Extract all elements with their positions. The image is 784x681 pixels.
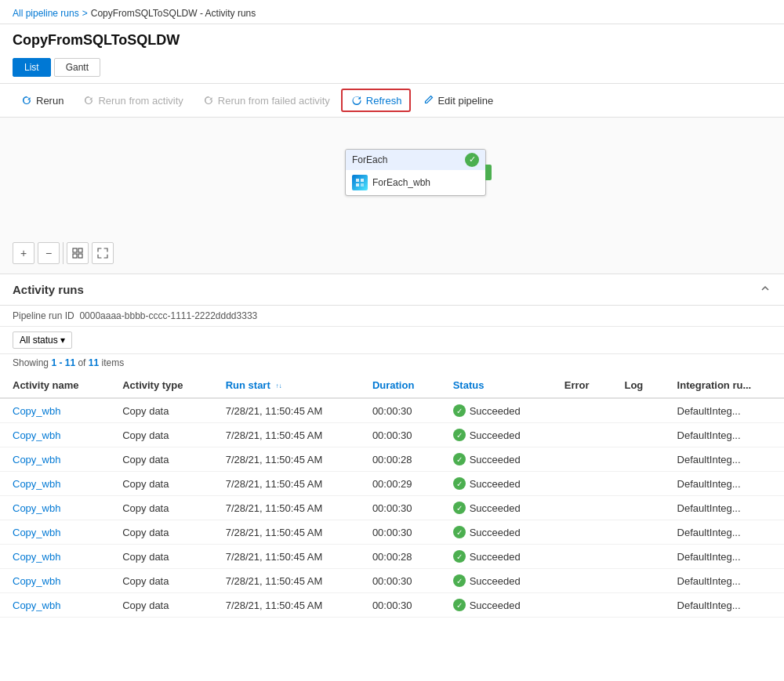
- col-activity-name: Activity name: [0, 373, 110, 398]
- controls-divider: [63, 242, 64, 264]
- table-row: Copy_wbh Copy data 7/28/21, 11:50:45 AM …: [0, 496, 784, 520]
- diagram-area: ForEach ✓ ForEach_wbh + −: [0, 118, 784, 274]
- cell-duration: 00:00:30: [360, 398, 441, 423]
- activity-runs-header: Activity runs: [0, 274, 784, 306]
- cell-duration: 00:00:28: [360, 447, 441, 472]
- rerun-from-failed-label: Rerun from failed activity: [218, 95, 330, 107]
- breadcrumb-parent[interactable]: All pipeline runs: [13, 8, 79, 19]
- cell-status: ✓ Succeeded: [441, 423, 552, 447]
- cell-integration-runtime: DefaultInteg...: [665, 447, 784, 472]
- zoom-in-button[interactable]: +: [13, 242, 34, 264]
- rerun-from-activity-label: Rerun from activity: [98, 95, 183, 107]
- status-label: Succeeded: [470, 502, 521, 514]
- cell-status: ✓ Succeeded: [441, 545, 552, 569]
- svg-rect-2: [356, 183, 359, 187]
- expand-button[interactable]: [92, 242, 114, 264]
- cell-run-start: 7/28/21, 11:50:45 AM: [213, 423, 360, 447]
- svg-rect-7: [78, 254, 82, 258]
- fit-view-button[interactable]: [67, 242, 89, 264]
- status-label: Succeeded: [470, 527, 521, 538]
- cell-error: [552, 569, 612, 593]
- cell-activity-name: Copy_wbh: [0, 472, 110, 496]
- svg-rect-1: [361, 179, 364, 182]
- cell-activity-name: Copy_wbh: [0, 496, 110, 520]
- cell-activity-type: Copy data: [110, 423, 213, 447]
- rerun-button[interactable]: Rerun: [13, 90, 71, 110]
- cell-log: [612, 472, 664, 496]
- rerun-from-activity-button[interactable]: Rerun from activity: [74, 90, 191, 110]
- cell-integration-runtime: DefaultInteg...: [665, 569, 784, 593]
- gantt-toggle-button[interactable]: Gantt: [54, 58, 100, 77]
- rerun-activity-icon: [82, 94, 95, 107]
- refresh-button[interactable]: Refresh: [341, 89, 412, 112]
- node-success-badge: ✓: [465, 153, 479, 167]
- breadcrumb: All pipeline runs > CopyFromSQLToSQLDW -…: [0, 0, 784, 24]
- collapse-button[interactable]: [759, 282, 771, 297]
- table-row: Copy_wbh Copy data 7/28/21, 11:50:45 AM …: [0, 593, 784, 618]
- cell-log: [612, 423, 664, 447]
- table-row: Copy_wbh Copy data 7/28/21, 11:50:45 AM …: [0, 398, 784, 423]
- chevron-down-icon: ▾: [60, 335, 65, 346]
- svg-rect-5: [78, 248, 82, 252]
- cell-activity-name: Copy_wbh: [0, 423, 110, 447]
- svg-rect-0: [356, 179, 359, 182]
- cell-run-start: 7/28/21, 11:50:45 AM: [213, 520, 360, 545]
- cell-integration-runtime: DefaultInteg...: [665, 472, 784, 496]
- rerun-icon: [20, 94, 33, 107]
- status-label: Succeeded: [470, 599, 521, 611]
- cell-log: [612, 398, 664, 423]
- table-row: Copy_wbh Copy data 7/28/21, 11:50:45 AM …: [0, 569, 784, 593]
- foreach-node[interactable]: ForEach ✓ ForEach_wbh: [345, 149, 486, 196]
- cell-run-start: 7/28/21, 11:50:45 AM: [213, 398, 360, 423]
- cell-duration: 00:00:30: [360, 496, 441, 520]
- cell-activity-name: Copy_wbh: [0, 545, 110, 569]
- cell-integration-runtime: DefaultInteg...: [665, 520, 784, 545]
- cell-log: [612, 545, 664, 569]
- refresh-label: Refresh: [366, 95, 402, 107]
- col-log: Log: [612, 373, 664, 398]
- cell-activity-type: Copy data: [110, 545, 213, 569]
- cell-status: ✓ Succeeded: [441, 472, 552, 496]
- cell-duration: 00:00:30: [360, 423, 441, 447]
- pipeline-run-id: Pipeline run ID 0000aaaa-bbbb-cccc-1111-…: [0, 306, 784, 327]
- edit-pipeline-label: Edit pipeline: [437, 95, 493, 107]
- status-label: Succeeded: [470, 478, 521, 490]
- col-status: Status: [441, 373, 552, 398]
- cell-activity-type: Copy data: [110, 520, 213, 545]
- cell-log: [612, 496, 664, 520]
- cell-run-start: 7/28/21, 11:50:45 AM: [213, 593, 360, 618]
- cell-status: ✓ Succeeded: [441, 520, 552, 545]
- cell-duration: 00:00:30: [360, 520, 441, 545]
- col-run-start[interactable]: Run start ↑↓: [213, 373, 360, 398]
- status-succeeded-icon: ✓: [453, 502, 466, 514]
- cell-run-start: 7/28/21, 11:50:45 AM: [213, 496, 360, 520]
- cell-integration-runtime: DefaultInteg...: [665, 593, 784, 618]
- cell-integration-runtime: DefaultInteg...: [665, 398, 784, 423]
- cell-log: [612, 569, 664, 593]
- diagram-controls: + −: [13, 242, 114, 264]
- col-duration: Duration: [360, 373, 441, 398]
- cell-log: [612, 447, 664, 472]
- pipeline-run-id-value: 0000aaaa-bbbb-cccc-1111-2222dddd3333: [79, 310, 257, 321]
- cell-status: ✓ Succeeded: [441, 569, 552, 593]
- diagram-canvas: ForEach ✓ ForEach_wbh: [306, 141, 478, 227]
- col-activity-type: Activity type: [110, 373, 213, 398]
- rerun-from-failed-button[interactable]: Rerun from failed activity: [194, 90, 338, 110]
- status-succeeded-icon: ✓: [453, 429, 466, 441]
- zoom-out-button[interactable]: −: [38, 242, 60, 264]
- cell-duration: 00:00:30: [360, 593, 441, 618]
- cell-duration: 00:00:28: [360, 545, 441, 569]
- status-succeeded-icon: ✓: [453, 404, 466, 417]
- node-child-label: ForEach_wbh: [372, 177, 430, 188]
- cell-integration-runtime: DefaultInteg...: [665, 423, 784, 447]
- edit-pipeline-button[interactable]: Edit pipeline: [414, 90, 501, 110]
- activity-runs-title: Activity runs: [13, 283, 84, 296]
- list-toggle-button[interactable]: List: [13, 58, 51, 77]
- edit-icon: [422, 94, 434, 107]
- cell-activity-type: Copy data: [110, 447, 213, 472]
- status-filter-button[interactable]: All status ▾: [13, 331, 72, 349]
- cell-activity-name: Copy_wbh: [0, 520, 110, 545]
- cell-status: ✓ Succeeded: [441, 496, 552, 520]
- showing-text: Showing 1 - 11 of 11 items: [0, 354, 784, 373]
- node-label: ForEach: [352, 154, 387, 165]
